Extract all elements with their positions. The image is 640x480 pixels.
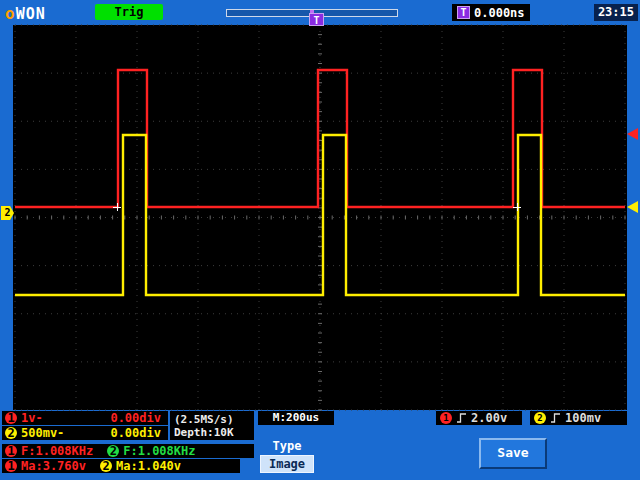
ch2-trigger-level-marker[interactable] [627, 201, 638, 213]
timebase-readout: M:200us [258, 411, 334, 425]
menu-image-button[interactable]: Image [260, 455, 314, 473]
owon-logo-o: o [5, 4, 16, 23]
sample-rate: (2.5MS/s) [174, 413, 254, 426]
owon-logo-text: WON [16, 5, 46, 23]
ch1-freq-value: F:1.008KHz [21, 444, 93, 458]
ch1-position: 0.00div [110, 411, 165, 425]
memory-depth: Depth:10K [174, 426, 254, 439]
menu-type-label: Type [262, 439, 312, 454]
ch1-freq-measure: 1 F:1.008KHz [5, 444, 93, 458]
rising-edge-icon [550, 412, 561, 424]
ch1-trigger-level: 2.00v [471, 411, 507, 425]
ch2-trigger-readout: 2 100mv [530, 411, 627, 425]
ch1-trigger-badge: 1 [440, 412, 452, 424]
ch1-badge: 1 [5, 412, 17, 424]
ch1-scale: 1v- [21, 411, 43, 425]
freq-measurements-strip: 1 F:1.008KHz 2 F:1.008KHz [2, 444, 254, 458]
ch2-freq-badge: 2 [107, 445, 119, 457]
ch2-max-badge: 2 [100, 460, 112, 472]
ch1-trigger-level-marker[interactable] [627, 128, 638, 140]
trigger-time-value: 0.000ns [474, 6, 525, 20]
ch2-scale: 500mv- [21, 426, 64, 440]
ch1-scale-strip: 1 1v- 0.00div [2, 411, 168, 425]
trigger-status-badge: Trig [95, 4, 163, 20]
ch2-scale-strip: 2 500mv- 0.00div [2, 426, 168, 440]
ch1-freq-badge: 1 [5, 445, 17, 457]
trigger-time-readout: T 0.000ns [452, 4, 530, 21]
waveform-screen [0, 0, 640, 480]
oscilloscope-ui: oWON Trig T T 0.000ns 23:15 2 1 1v- 0.00… [0, 0, 640, 480]
ch2-badge: 2 [5, 427, 17, 439]
acquisition-box: (2.5MS/s) Depth:10K [170, 411, 254, 440]
rising-edge-icon [456, 412, 467, 424]
ch2-freq-measure: 2 F:1.008KHz [107, 444, 195, 458]
ch1-max-measure: 1 Ma:3.760v [5, 459, 86, 473]
ch2-max-measure: 2 Ma:1.040v [100, 459, 181, 473]
save-button[interactable]: Save [479, 438, 547, 469]
ch2-trigger-badge: 2 [534, 412, 546, 424]
ch1-max-value: Ma:3.760v [21, 459, 86, 473]
ch2-freq-value: F:1.008KHz [123, 444, 195, 458]
ch2-position: 0.00div [110, 426, 165, 440]
clock: 23:15 [594, 4, 638, 21]
ch2-trigger-level: 100mv [565, 411, 601, 425]
owon-logo: oWON [5, 4, 46, 23]
trigger-time-icon: T [457, 6, 470, 19]
trigger-position-marker[interactable]: T [309, 13, 324, 26]
max-measurements-strip: 1 Ma:3.760v 2 Ma:1.040v [2, 459, 240, 473]
ch1-max-badge: 1 [5, 460, 17, 472]
ch1-trigger-readout: 1 2.00v [436, 411, 522, 425]
ch2-max-value: Ma:1.040v [116, 459, 181, 473]
